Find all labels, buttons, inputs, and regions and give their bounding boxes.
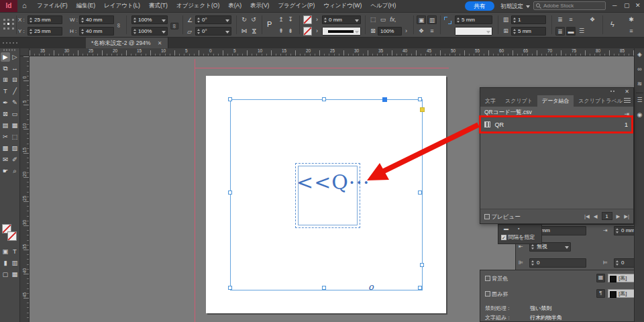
formatting-affects-container[interactable]: ▣ — [1, 247, 10, 256]
frame-handle-bottom-left[interactable] — [228, 286, 232, 290]
constrain-scale-icon[interactable]: ∞ — [170, 23, 178, 30]
bg-swatch-icon[interactable]: ▦ — [596, 274, 605, 282]
data-field-placeholder-text[interactable]: <<Q··· — [297, 170, 384, 194]
frame-fitting-icon[interactable]: ▬ — [566, 27, 576, 36]
hand-tool[interactable]: ☛ — [1, 166, 10, 176]
y-field[interactable]: 25 mm — [28, 27, 62, 36]
checkbox-icon[interactable] — [484, 214, 490, 219]
menu-item-5[interactable]: 表(A) — [228, 2, 241, 10]
window-maximize-button[interactable]: ▢ — [624, 2, 630, 9]
preview-mode[interactable]: ▦ — [10, 270, 19, 279]
frame-handle-bottom-right[interactable] — [418, 286, 422, 290]
panel-tab-データ結合[interactable]: データ結合 — [537, 95, 574, 107]
align-center-icon[interactable]: ≡ — [566, 15, 576, 24]
x-field[interactable]: 25 mm — [28, 15, 62, 24]
frame-handle-bottom-center[interactable] — [322, 286, 326, 290]
pencil-tool[interactable]: ✎ — [10, 98, 19, 107]
selection-tool[interactable]: ▶ — [1, 52, 10, 62]
scale-x-field[interactable]: 100% — [131, 15, 168, 24]
window-close-button[interactable]: ✕ — [635, 2, 641, 9]
h-field[interactable]: 40 mm — [79, 27, 114, 36]
links-icon[interactable]: ∞ — [635, 66, 644, 72]
window-minimize-button[interactable]: ─ — [612, 2, 616, 9]
direct-selection-tool[interactable]: ▷ — [10, 52, 19, 62]
frame-tool[interactable]: ⊠ — [1, 109, 10, 119]
checked-checkbox-icon[interactable]: ✓ — [501, 235, 506, 240]
select-container-button[interactable]: P — [267, 20, 272, 28]
panel-tab-スクリプト[interactable]: スクリプト — [500, 95, 537, 107]
auto-fit-icon[interactable]: ❖ — [588, 15, 597, 24]
reference-point-proxy[interactable] — [3, 19, 15, 30]
free-transform-tool[interactable]: ⬚ — [10, 132, 19, 142]
first-record-button[interactable]: |◀ — [584, 213, 590, 219]
swatch-preview-select[interactable] — [455, 27, 492, 36]
panel-tab-文字[interactable]: 文字 — [480, 95, 500, 107]
frame-handle-top-left[interactable] — [228, 97, 232, 101]
content-collector-tool[interactable]: ⊞ — [1, 75, 10, 85]
eyedropper-tool[interactable]: ✐ — [10, 155, 19, 164]
preview-checkbox[interactable]: プレビュー — [484, 213, 521, 221]
gutter-field[interactable]: 5 mm — [511, 27, 546, 36]
fit-proportional-button[interactable]: ⇟ — [286, 27, 295, 36]
spacing-checkbox-row[interactable]: ✓ 間隔を指定 — [501, 233, 535, 241]
text-outport-handle[interactable] — [420, 263, 424, 267]
menu-item-7[interactable]: プラグイン(P) — [278, 2, 315, 10]
frame-handle-middle-left[interactable] — [228, 191, 232, 195]
prev-record-button[interactable]: ◀ — [594, 213, 598, 219]
menu-item-1[interactable]: 編集(E) — [76, 2, 95, 10]
rotation-field[interactable]: 0° — [195, 15, 231, 24]
last-record-button[interactable]: ▶| — [624, 213, 629, 219]
corner-options-icon[interactable]: ⬚ — [368, 15, 378, 24]
rounded-corner-icon[interactable]: ▭ — [378, 15, 388, 24]
home-icon[interactable]: ⌂ — [22, 1, 27, 9]
wrap-shape-button[interactable]: ≡ — [427, 27, 437, 36]
gradient-tool[interactable]: ▩ — [1, 144, 10, 153]
fill-swatch-none[interactable] — [303, 15, 312, 24]
workspace-switcher[interactable]: 初期設定 — [500, 3, 530, 11]
table-tool[interactable]: ▦ — [10, 121, 19, 130]
menu-item-0[interactable]: ファイル(F) — [37, 2, 68, 10]
panel-menu-icon[interactable] — [624, 98, 631, 103]
columns-field[interactable]: 1 — [511, 15, 546, 24]
swatches-icon[interactable]: ◉ — [635, 111, 644, 118]
tab-close-icon[interactable]: ✕ — [158, 40, 162, 46]
mojikumi-value[interactable]: 行末約物半角 — [530, 314, 562, 321]
opacity-flyout-arrow[interactable]: › — [403, 27, 409, 36]
fit-frame-button[interactable]: ↧ — [286, 15, 295, 24]
menu-item-6[interactable]: 表示(V) — [250, 2, 269, 10]
quick-apply-lightning-icon[interactable]: ϟ — [608, 20, 617, 29]
flip-vertical-button[interactable]: ⋈ — [250, 27, 258, 36]
bg-color-checkbox[interactable]: 背景色 — [485, 275, 508, 282]
rectangle-tool[interactable]: ▭ — [10, 109, 19, 119]
zoom-tool[interactable]: ⌕ — [10, 166, 19, 176]
menu-item-8[interactable]: ウィンドウ(W) — [323, 2, 362, 10]
page-tool[interactable]: ⧉ — [1, 64, 10, 73]
screen-mode[interactable]: ▢ — [1, 270, 10, 279]
fill-stroke-swatches[interactable] — [2, 224, 18, 243]
line-tool[interactable]: ╱ — [10, 87, 19, 96]
panel-gear-icon[interactable]: ✱ — [627, 15, 636, 24]
menu-item-4[interactable]: オブジェクト(O) — [176, 2, 219, 10]
adobe-stock-search-input[interactable]: Adobe Stock — [533, 1, 606, 10]
border-checkbox[interactable]: 囲み罫 — [485, 290, 508, 298]
object-style-button[interactable]: ▥ — [427, 15, 437, 24]
frame-handle-middle-right[interactable] — [418, 191, 422, 195]
stroke-style-select[interactable] — [322, 27, 361, 36]
panel-header[interactable]: ✕ — [480, 88, 633, 95]
ruler-corner[interactable] — [20, 48, 30, 56]
border-swatch-icon[interactable]: ¶ — [596, 289, 605, 298]
rotate-cw-button[interactable]: ↻ — [239, 15, 249, 24]
content-grabber-handle[interactable] — [382, 97, 387, 102]
layers-icon[interactable]: ◈ — [635, 51, 644, 58]
data-source-row[interactable]: QRコード一覧.csv ⇥ — [480, 107, 633, 118]
next-record-button[interactable]: ▶ — [616, 213, 621, 219]
baseline-grid-icon[interactable]: ☰ — [577, 27, 586, 36]
fit-content-button[interactable]: ↥ — [276, 15, 286, 24]
scale-y-field[interactable]: 100% — [131, 27, 168, 36]
frame-handle-top-center[interactable] — [322, 97, 326, 101]
stroke-weight-field[interactable]: 0 mm — [322, 15, 361, 24]
menu-item-9[interactable]: ヘルプ(H) — [370, 2, 396, 10]
center-content-button[interactable]: ⇞ — [276, 27, 286, 36]
effects-fx-button[interactable]: fx, — [388, 15, 398, 24]
opacity-field[interactable]: 100% — [378, 27, 402, 36]
